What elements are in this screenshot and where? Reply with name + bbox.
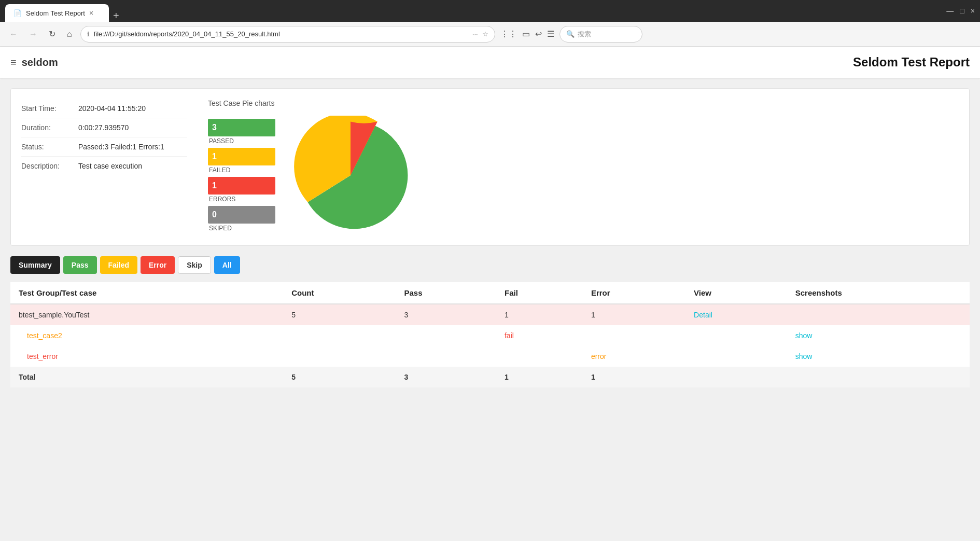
table-header: Test Group/Test case Count Pass Fail Err…	[10, 282, 970, 304]
start-time-row: Start Time: 2020-04-04 11:55:20	[21, 99, 187, 118]
close-window-button[interactable]: ×	[971, 7, 975, 15]
failed-button[interactable]: Failed	[100, 256, 137, 274]
total-pass: 3	[396, 367, 496, 387]
total-error: 1	[583, 367, 685, 387]
active-tab[interactable]: 📄 Seldom Test Report ×	[5, 4, 109, 22]
tabs-icon[interactable]: ▭	[522, 29, 530, 39]
table-row: test_case2 fail show	[10, 325, 970, 346]
col-view-header: View	[685, 282, 787, 304]
logo-text: seldom	[22, 57, 58, 68]
url-bar[interactable]: ℹ file:///D:/git/seldom/reports/2020_04_…	[80, 26, 495, 43]
all-button[interactable]: All	[214, 256, 240, 274]
skiped-bar-item: 0 SKIPED	[208, 206, 275, 232]
group-pass: 3	[396, 304, 496, 325]
total-screenshots	[787, 367, 970, 387]
address-bar: ← → ↻ ⌂ ℹ file:///D:/git/seldom/reports/…	[0, 22, 980, 47]
case2-view	[685, 346, 787, 367]
case2-pass	[396, 346, 496, 367]
description-row: Description: Test case execution	[21, 157, 187, 175]
failed-bar-item: 1 FAILED	[208, 148, 275, 174]
browser-chrome: 📄 Seldom Test Report × + — □ ×	[0, 0, 980, 22]
pass-button[interactable]: Pass	[63, 256, 97, 274]
passed-label: PASSED	[208, 137, 275, 145]
col-pass-header: Pass	[396, 282, 496, 304]
info-table: Start Time: 2020-04-04 11:55:20 Duration…	[21, 99, 187, 235]
errors-bar-item: 1 ERRORS	[208, 177, 275, 203]
minimize-button[interactable]: —	[946, 7, 954, 15]
group-count: 5	[283, 304, 396, 325]
duration-value: 0:00:27.939570	[78, 123, 129, 132]
case1-view	[685, 325, 787, 346]
app-header: ≡ seldom Seldom Test Report	[0, 47, 980, 78]
description-value: Test case execution	[78, 162, 142, 170]
search-bar[interactable]: 🔍 搜索	[559, 26, 642, 43]
errors-bar: 1	[208, 177, 275, 195]
case1-error	[583, 325, 685, 346]
passed-bar: 3	[208, 119, 275, 136]
results-table: Test Group/Test case Count Pass Fail Err…	[10, 282, 970, 387]
app-title: Seldom Test Report	[853, 55, 970, 70]
total-row: Total 5 3 1 1	[10, 367, 970, 387]
more-options-icon[interactable]: ···	[472, 30, 478, 38]
refresh-button[interactable]: ↻	[46, 27, 59, 41]
url-text: file:///D:/git/seldom/reports/2020_04_04…	[94, 30, 468, 38]
passed-count: 3	[212, 123, 217, 132]
status-value: Passed:3 Failed:1 Errors:1	[78, 143, 164, 151]
duration-row: Duration: 0:00:27.939570	[21, 118, 187, 137]
col-test-header: Test Group/Test case	[10, 282, 283, 304]
table-header-row: Test Group/Test case Count Pass Fail Err…	[10, 282, 970, 304]
tab-close-button[interactable]: ×	[89, 9, 93, 17]
table-row: test_error error show	[10, 346, 970, 367]
failed-bar: 1	[208, 148, 275, 165]
table-row: btest_sample.YouTest 5 3 1 1 Detail	[10, 304, 970, 325]
case2-show-link[interactable]: show	[795, 352, 813, 360]
skip-button[interactable]: Skip	[178, 256, 211, 274]
hamburger-icon[interactable]: ≡	[10, 57, 17, 68]
description-label: Description:	[21, 162, 78, 170]
maximize-button[interactable]: □	[960, 7, 964, 15]
group-detail-link[interactable]: Detail	[694, 311, 712, 319]
chart-container: 3 PASSED 1 FAILED 1	[208, 116, 959, 235]
window-controls: — □ ×	[946, 7, 975, 15]
pie-chart-svg	[291, 116, 410, 235]
bookmarks-icon[interactable]: ⋮⋮	[500, 29, 517, 39]
back-history-icon[interactable]: ↩	[535, 29, 542, 39]
case2-error[interactable]: error	[591, 352, 607, 360]
error-button[interactable]: Error	[141, 256, 175, 274]
menu-icon[interactable]: ☰	[547, 29, 554, 39]
filter-buttons: Summary Pass Failed Error Skip All	[10, 256, 970, 274]
errors-count: 1	[212, 181, 217, 190]
total-view	[685, 367, 787, 387]
home-button[interactable]: ⌂	[64, 27, 75, 41]
forward-button[interactable]: →	[26, 27, 40, 41]
case2-fail	[496, 346, 583, 367]
group-fail: 1	[496, 304, 583, 325]
search-placeholder: 搜索	[578, 30, 591, 39]
back-button[interactable]: ←	[6, 27, 21, 41]
case1-fail[interactable]: fail	[505, 331, 514, 340]
info-icon: ℹ	[87, 31, 90, 38]
failed-label: FAILED	[208, 167, 275, 174]
address-icons: ⋮⋮ ▭ ↩ ☰	[500, 29, 554, 39]
passed-bar-item: 3 PASSED	[208, 119, 275, 145]
tab-favicon: 📄	[13, 9, 22, 17]
start-time-value: 2020-04-04 11:55:20	[78, 104, 146, 113]
dashboard: Start Time: 2020-04-04 11:55:20 Duration…	[0, 78, 980, 398]
case1-name[interactable]: test_case2	[27, 331, 62, 340]
case2-name[interactable]: test_error	[27, 352, 58, 360]
start-time-label: Start Time:	[21, 104, 78, 113]
errors-label: ERRORS	[208, 196, 275, 203]
app-logo: ≡ seldom	[10, 57, 58, 68]
total-count: 5	[283, 367, 396, 387]
chart-bars: 3 PASSED 1 FAILED 1	[208, 119, 275, 232]
case1-pass	[396, 325, 496, 346]
summary-button[interactable]: Summary	[10, 256, 60, 274]
case1-show-link[interactable]: show	[795, 331, 813, 340]
tab-title: Seldom Test Report	[26, 9, 85, 17]
skiped-bar: 0	[208, 206, 275, 224]
bookmark-icon[interactable]: ☆	[482, 30, 488, 38]
tab-bar: 📄 Seldom Test Report × +	[5, 0, 942, 22]
chart-title: Test Case Pie charts	[208, 99, 959, 107]
total-fail: 1	[496, 367, 583, 387]
new-tab-button[interactable]: +	[109, 10, 123, 22]
